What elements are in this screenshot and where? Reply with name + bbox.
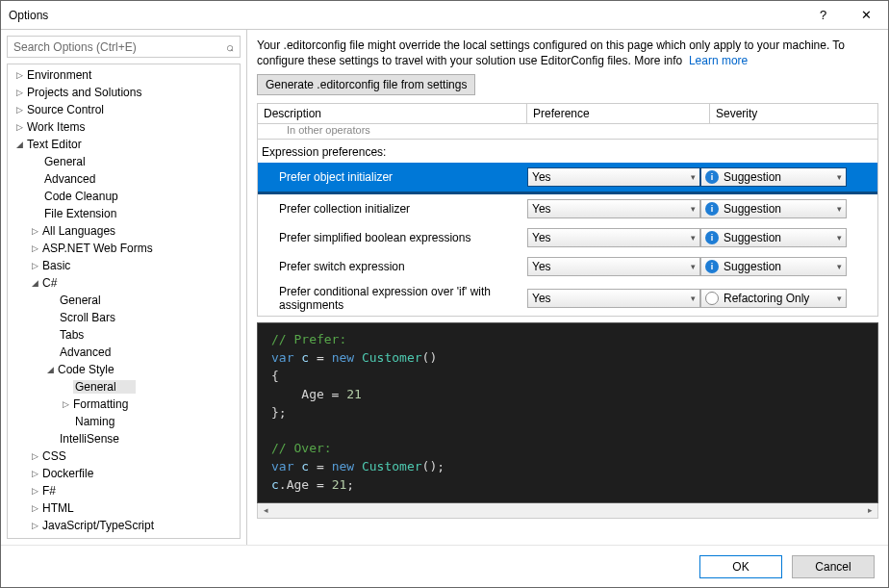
tree-item-jsts[interactable]: ▷JavaScript/TypeScript <box>8 517 240 534</box>
chevron-down-icon: ▾ <box>837 262 842 271</box>
cancel-button[interactable]: Cancel <box>792 555 875 578</box>
tree-item-source-control[interactable]: ▷Source Control <box>8 101 240 118</box>
preference-dropdown[interactable]: Yes▾ <box>527 257 700 276</box>
tree-item-code-style[interactable]: ◢Code Style <box>8 361 240 378</box>
tree-item-work-items[interactable]: ▷Work Items <box>8 118 240 136</box>
dialog-body: Search Options (Ctrl+E) ⌕ ▷Environment ▷… <box>1 30 888 545</box>
generate-editorconfig-button[interactable]: Generate .editorconfig file from setting… <box>257 74 475 95</box>
rules-list: Expression preferences: Prefer object in… <box>257 140 878 317</box>
tree-item-html[interactable]: ▷HTML <box>8 499 240 517</box>
tree-item-cs-scroll[interactable]: Scroll Bars <box>8 309 240 326</box>
tree-item-text-editor[interactable]: ◢Text Editor <box>8 136 240 153</box>
rule-row[interactable]: Prefer collection initializer Yes▾ iSugg… <box>258 194 877 223</box>
tree-item-all-languages[interactable]: ▷All Languages <box>8 222 240 240</box>
scroll-right-icon[interactable]: ▸ <box>862 503 877 518</box>
tree-item-ccs-general[interactable]: General <box>8 378 240 396</box>
col-preference[interactable]: Preference <box>527 104 710 123</box>
rule-row[interactable]: Prefer object initializer Yes▾ iSuggesti… <box>258 163 877 192</box>
info-icon: i <box>705 202 719 216</box>
chevron-down-icon: ▾ <box>691 233 696 243</box>
severity-dropdown[interactable]: iSuggestion▾ <box>700 167 847 187</box>
tree-item-file-extension[interactable]: File Extension <box>8 205 240 222</box>
search-input[interactable]: Search Options (Ctrl+E) ⌕ <box>7 36 241 58</box>
tree-item-te-advanced[interactable]: Advanced <box>8 170 240 188</box>
chevron-down-icon: ▾ <box>837 172 842 182</box>
tree-item-intellisense[interactable]: IntelliSense <box>8 430 240 447</box>
tree-item-aspnet[interactable]: ▷ASP.NET Web Forms <box>8 240 240 257</box>
circle-icon <box>705 292 719 305</box>
tree-item-environment[interactable]: ▷Environment <box>8 66 240 84</box>
tree-item-csharp[interactable]: ◢C# <box>8 274 240 292</box>
search-icon: ⌕ <box>226 39 234 54</box>
close-button[interactable]: ✕ <box>845 1 888 29</box>
severity-dropdown[interactable]: iSuggestion▾ <box>700 228 847 247</box>
preference-dropdown[interactable]: Yes▾ <box>527 199 700 218</box>
info-icon: i <box>705 260 719 273</box>
tree-item-code-cleanup[interactable]: Code Cleanup <box>8 188 240 205</box>
chevron-down-icon: ▾ <box>837 204 842 214</box>
rules-header: Description Preference Severity <box>257 103 878 124</box>
severity-dropdown[interactable]: iSuggestion▾ <box>700 257 847 276</box>
preference-dropdown[interactable]: Yes▾ <box>527 167 700 187</box>
code-preview: // Prefer: var c = new Customer() { Age … <box>257 322 878 503</box>
rule-row[interactable]: Prefer conditional expression over 'if' … <box>258 281 877 316</box>
rule-desc: Prefer conditional expression over 'if' … <box>258 285 527 313</box>
tree-item-ccs-naming[interactable]: Naming <box>8 413 240 430</box>
search-placeholder: Search Options (Ctrl+E) <box>13 40 226 54</box>
tree-item-fsharp[interactable]: ▷F# <box>8 482 240 499</box>
chevron-down-icon: ▾ <box>691 262 696 271</box>
options-dialog: Options ? ✕ Search Options (Ctrl+E) ⌕ ▷E… <box>0 0 889 588</box>
info-icon: i <box>705 231 719 244</box>
learn-more-link[interactable]: Learn more <box>689 54 748 67</box>
rule-desc: Prefer object initializer <box>258 170 527 184</box>
window-title: Options <box>9 9 801 22</box>
rule-desc: Prefer switch expression <box>258 260 527 273</box>
preference-dropdown[interactable]: Yes▾ <box>527 228 700 247</box>
tree-item-ccs-formatting[interactable]: ▷Formatting <box>8 396 240 413</box>
truncated-row: In other operators <box>257 124 878 140</box>
severity-dropdown[interactable]: Refactoring Only▾ <box>700 289 847 308</box>
severity-dropdown[interactable]: iSuggestion▾ <box>700 199 847 218</box>
rule-desc: Prefer collection initializer <box>258 202 527 216</box>
help-button[interactable]: ? <box>801 1 845 29</box>
chevron-down-icon: ▾ <box>691 294 696 303</box>
rule-row[interactable]: Prefer simplified boolean expressions Ye… <box>258 223 877 252</box>
tree-item-cs-tabs[interactable]: Tabs <box>8 326 240 344</box>
horizontal-scrollbar[interactable]: ◂ ▸ <box>257 503 878 519</box>
col-description[interactable]: Description <box>258 104 527 123</box>
col-severity[interactable]: Severity <box>710 104 877 123</box>
rule-row[interactable]: Prefer switch expression Yes▾ iSuggestio… <box>258 252 877 281</box>
ok-button[interactable]: OK <box>699 555 782 578</box>
tree-item-basic[interactable]: ▷Basic <box>8 257 240 274</box>
tree-item-css[interactable]: ▷CSS <box>8 447 240 465</box>
chevron-down-icon: ▾ <box>837 294 842 303</box>
tree-item-cs-advanced[interactable]: Advanced <box>8 344 240 361</box>
chevron-down-icon: ▾ <box>691 204 696 214</box>
dialog-footer: OK Cancel <box>1 545 888 587</box>
tree-item-projects[interactable]: ▷Projects and Solutions <box>8 84 240 101</box>
options-tree[interactable]: ▷Environment ▷Projects and Solutions ▷So… <box>7 64 241 539</box>
scroll-left-icon[interactable]: ◂ <box>258 503 273 518</box>
preference-dropdown[interactable]: Yes▾ <box>527 289 700 308</box>
main-panel: Your .editorconfig file might override t… <box>247 30 888 545</box>
chevron-down-icon: ▾ <box>691 172 696 182</box>
group-header: Expression preferences: <box>258 140 877 163</box>
chevron-down-icon: ▾ <box>837 233 842 243</box>
tree-item-te-general[interactable]: General <box>8 153 240 170</box>
editorconfig-notice: Your .editorconfig file might override t… <box>257 38 878 68</box>
tree-item-dockerfile[interactable]: ▷Dockerfile <box>8 465 240 482</box>
info-icon: i <box>705 170 719 184</box>
titlebar: Options ? ✕ <box>1 1 888 30</box>
rule-desc: Prefer simplified boolean expressions <box>258 231 527 244</box>
sidebar: Search Options (Ctrl+E) ⌕ ▷Environment ▷… <box>1 30 247 545</box>
tree-item-cs-general[interactable]: General <box>8 292 240 309</box>
